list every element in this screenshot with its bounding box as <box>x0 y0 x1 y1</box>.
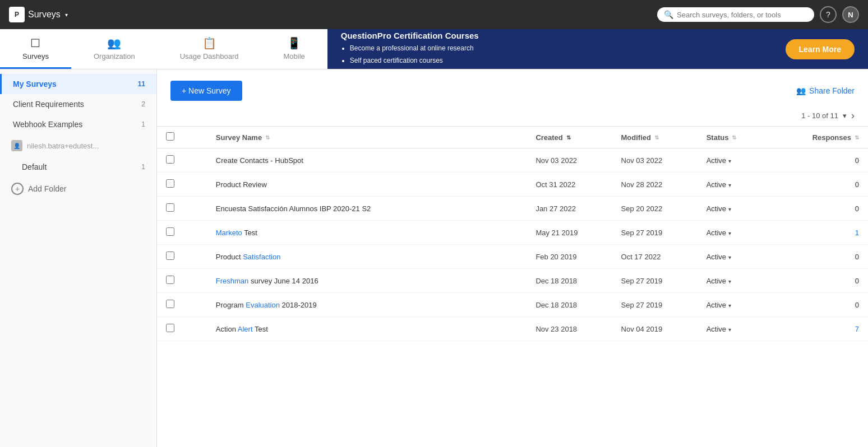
created-sort-icon[interactable]: ⇅ <box>566 134 571 141</box>
select-all-checkbox[interactable] <box>166 132 174 141</box>
row-modified: Sep 27 2019 <box>612 293 698 317</box>
status-dropdown-arrow[interactable]: ▾ <box>728 206 731 212</box>
help-button[interactable]: ? <box>820 6 837 23</box>
status-badge: Active <box>707 156 726 165</box>
responses-sort-icon[interactable]: ⇅ <box>855 134 859 141</box>
share-folder-icon: 👥 <box>796 86 806 95</box>
mobile-icon: 📱 <box>287 36 301 50</box>
brand-logo: P <box>9 7 25 22</box>
learn-more-button[interactable]: Learn More <box>786 39 855 59</box>
table-row: Marketo TestMay 21 2019Sep 27 2019Active… <box>157 221 868 245</box>
th-responses: Responses ⇅ <box>797 127 868 148</box>
table-row: Product ReviewOct 31 2022Nov 28 2022Acti… <box>157 173 868 197</box>
survey-name-link[interactable]: Marketo Test <box>216 229 257 237</box>
tab-organization[interactable]: 👥 Organization <box>71 29 158 69</box>
sidebar-item-client-requirements-label: Client Requirements <box>13 100 84 109</box>
row-modified: Oct 17 2022 <box>612 245 698 269</box>
add-folder-button[interactable]: + Add Folder <box>0 177 156 201</box>
row-status: Active ▾ <box>698 245 797 269</box>
add-folder-label: Add Folder <box>28 184 66 193</box>
sidebar-item-my-surveys-label: My Surveys <box>13 80 57 89</box>
tab-usage-dashboard[interactable]: 📋 Usage Dashboard <box>158 29 261 69</box>
row-modified: Sep 27 2019 <box>612 269 698 293</box>
row-responses: 1 <box>797 221 868 245</box>
status-dropdown-arrow[interactable]: ▾ <box>728 230 731 236</box>
row-responses: 0 <box>797 173 868 197</box>
response-count-link[interactable]: 7 <box>855 325 859 333</box>
new-survey-button[interactable]: + New Survey <box>170 81 242 101</box>
row-created: Feb 20 2019 <box>527 245 612 269</box>
th-checkbox <box>157 127 207 148</box>
row-checkbox-6[interactable] <box>166 300 174 308</box>
main-layout: My Surveys 11 Client Requirements 2 Webh… <box>0 69 868 447</box>
promo-bullet-1: Become a professional at online research <box>350 43 479 55</box>
avatar[interactable]: N <box>842 6 859 23</box>
row-modified: Nov 28 2022 <box>612 173 698 197</box>
row-responses: 7 <box>797 317 868 341</box>
row-responses: 0 <box>797 293 868 317</box>
status-dropdown-arrow[interactable]: ▾ <box>728 254 731 260</box>
row-checkbox-5[interactable] <box>166 276 174 284</box>
row-created: Nov 23 2018 <box>527 317 612 341</box>
row-modified: Nov 03 2022 <box>612 148 698 173</box>
survey-name-link[interactable]: Create Contacts - HubSpot <box>216 156 303 165</box>
row-created: May 21 2019 <box>527 221 612 245</box>
search-input[interactable] <box>677 11 807 19</box>
usage-dashboard-icon: 📋 <box>202 36 216 50</box>
sidebar-item-my-surveys-count: 11 <box>138 80 145 88</box>
status-sort-icon[interactable]: ⇅ <box>732 134 736 141</box>
row-checkbox-0[interactable] <box>166 155 174 164</box>
status-dropdown-arrow[interactable]: ▾ <box>728 302 731 309</box>
survey-name-link[interactable]: Product Satisfaction <box>216 253 281 261</box>
survey-name-link[interactable]: Encuesta Satisfacción Alumnos IBP 2020-2… <box>216 204 371 213</box>
promo-title: QuestionPro Certification Courses <box>341 31 479 40</box>
sidebar-item-client-requirements[interactable]: Client Requirements 2 <box>0 94 156 114</box>
tab-surveys[interactable]: ☐ Surveys <box>0 29 71 69</box>
pagination-dropdown[interactable]: ▾ <box>843 111 847 120</box>
survey-name-link[interactable]: Action Alert Test <box>216 325 268 333</box>
status-dropdown-arrow[interactable]: ▾ <box>728 278 731 285</box>
row-status: Active ▾ <box>698 148 797 173</box>
top-navigation: P Surveys ▾ 🔍 ? N <box>0 0 868 29</box>
row-checkbox-7[interactable] <box>166 324 174 332</box>
sidebar-item-webhook-examples[interactable]: Webhook Examples 1 <box>0 114 156 134</box>
status-dropdown-arrow[interactable]: ▾ <box>728 327 731 333</box>
response-count-value: 0 <box>855 253 859 261</box>
survey-name-sort-icon[interactable]: ⇅ <box>265 134 270 141</box>
pagination-next-button[interactable]: › <box>851 110 855 122</box>
survey-name-link[interactable]: Product Review <box>216 180 267 189</box>
status-badge: Active <box>707 277 726 285</box>
status-badge: Active <box>707 204 726 213</box>
sidebar-item-default[interactable]: Default 1 <box>0 157 156 177</box>
promo-text: QuestionPro Certification Courses Become… <box>341 31 479 67</box>
th-created: Created ⇅ <box>527 127 612 148</box>
survey-table: Survey Name ⇅ Created ⇅ Modified ⇅ <box>157 126 868 341</box>
tab-mobile-label: Mobile <box>283 52 304 60</box>
survey-name-link[interactable]: Program Evaluation 2018-2019 <box>216 301 317 309</box>
user-folder-icon: 👤 <box>11 140 22 151</box>
response-count-value: 0 <box>855 180 859 189</box>
table-row: Create Contacts - HubSpotNov 03 2022Nov … <box>157 148 868 173</box>
row-checkbox-4[interactable] <box>166 252 174 260</box>
top-nav-right: 🔍 ? N <box>657 6 859 23</box>
row-modified: Sep 20 2022 <box>612 197 698 221</box>
row-checkbox-2[interactable] <box>166 203 174 212</box>
tab-mobile[interactable]: 📱 Mobile <box>261 29 327 69</box>
row-checkbox-1[interactable] <box>166 179 174 188</box>
row-created: Oct 31 2022 <box>527 173 612 197</box>
th-survey-name: Survey Name ⇅ <box>207 127 527 148</box>
row-status: Active ▾ <box>698 173 797 197</box>
th-modified: Modified ⇅ <box>612 127 698 148</box>
row-checkbox-3[interactable] <box>166 227 174 236</box>
row-status: Active ▾ <box>698 197 797 221</box>
share-folder-button[interactable]: 👥 Share Folder <box>796 86 855 95</box>
status-badge: Active <box>707 253 726 261</box>
survey-name-link[interactable]: Freshman survey June 14 2016 <box>216 277 318 285</box>
brand-dropdown-arrow[interactable]: ▾ <box>65 12 68 18</box>
modified-sort-icon[interactable]: ⇅ <box>654 134 659 141</box>
search-bar[interactable]: 🔍 <box>657 7 814 22</box>
sidebar-item-my-surveys[interactable]: My Surveys 11 <box>0 74 156 94</box>
response-count-link[interactable]: 1 <box>855 229 859 237</box>
status-dropdown-arrow[interactable]: ▾ <box>728 158 731 164</box>
status-dropdown-arrow[interactable]: ▾ <box>728 182 731 188</box>
